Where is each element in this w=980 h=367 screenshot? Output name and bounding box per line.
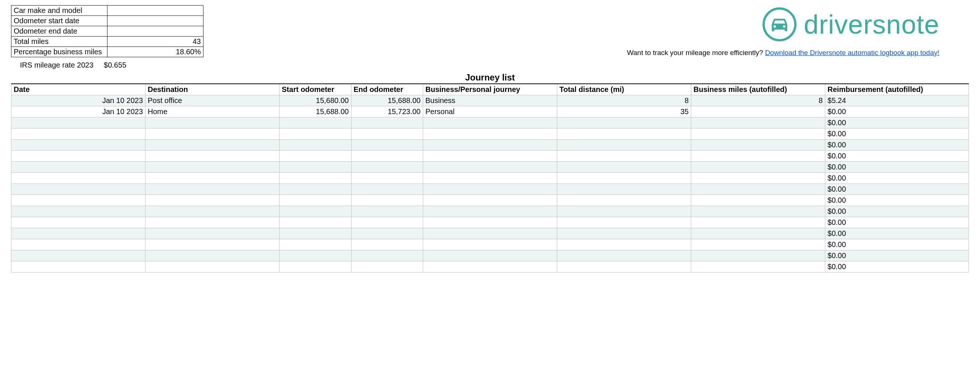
cell-date[interactable] [11, 151, 145, 162]
cell-business-personal[interactable] [423, 250, 557, 261]
cell-end-odometer[interactable] [351, 184, 423, 195]
cell-start-odometer[interactable] [280, 217, 351, 228]
cell-total-distance[interactable] [557, 261, 691, 272]
cell-date[interactable] [11, 195, 145, 206]
cell-total-distance[interactable] [557, 129, 691, 140]
cell-destination[interactable] [145, 217, 280, 228]
summary-value[interactable]: 43 [107, 37, 204, 47]
cell-total-distance[interactable] [557, 250, 691, 261]
cell-end-odometer[interactable] [351, 140, 423, 151]
cell-business-personal[interactable] [423, 195, 557, 206]
cell-date[interactable] [11, 228, 145, 239]
cell-destination[interactable]: Post office [145, 95, 280, 106]
cell-date[interactable] [11, 206, 145, 217]
cell-end-odometer[interactable] [351, 162, 423, 173]
cell-date[interactable] [11, 217, 145, 228]
cell-start-odometer[interactable] [280, 206, 351, 217]
cell-total-distance[interactable] [557, 151, 691, 162]
cell-start-odometer[interactable]: 15,680.00 [280, 95, 351, 106]
cell-destination[interactable] [145, 239, 280, 250]
cell-total-distance[interactable] [557, 206, 691, 217]
cell-start-odometer[interactable] [280, 173, 351, 184]
cell-business-personal[interactable] [423, 140, 557, 151]
cell-total-distance[interactable] [557, 162, 691, 173]
cell-date[interactable]: Jan 10 2023 [11, 95, 145, 106]
cell-total-distance[interactable]: 35 [557, 106, 691, 118]
cell-start-odometer[interactable] [280, 228, 351, 239]
summary-value[interactable] [107, 6, 204, 16]
promo-link[interactable]: Download the Driversnote automatic logbo… [765, 49, 939, 57]
cell-business-personal[interactable] [423, 118, 557, 129]
cell-start-odometer[interactable] [280, 162, 351, 173]
cell-total-distance[interactable] [557, 173, 691, 184]
cell-start-odometer[interactable] [280, 118, 351, 129]
cell-end-odometer[interactable] [351, 217, 423, 228]
summary-value[interactable]: 18.60% [107, 47, 204, 57]
cell-start-odometer[interactable]: 15,688.00 [280, 106, 351, 118]
cell-end-odometer[interactable] [351, 173, 423, 184]
cell-end-odometer[interactable] [351, 195, 423, 206]
cell-destination[interactable] [145, 228, 280, 239]
cell-end-odometer[interactable]: 15,723.00 [351, 106, 423, 118]
cell-business-personal[interactable] [423, 228, 557, 239]
cell-total-distance[interactable] [557, 118, 691, 129]
cell-business-personal[interactable] [423, 129, 557, 140]
cell-destination[interactable] [145, 195, 280, 206]
cell-business-personal[interactable] [423, 217, 557, 228]
summary-value[interactable] [107, 16, 204, 26]
cell-date[interactable] [11, 250, 145, 261]
cell-end-odometer[interactable]: 15,688.00 [351, 95, 423, 106]
cell-end-odometer[interactable] [351, 206, 423, 217]
cell-date[interactable] [11, 162, 145, 173]
cell-destination[interactable] [145, 173, 280, 184]
cell-business-personal[interactable] [423, 173, 557, 184]
cell-business-personal[interactable]: Business [423, 95, 557, 106]
cell-destination[interactable] [145, 206, 280, 217]
cell-total-distance[interactable] [557, 228, 691, 239]
cell-destination[interactable] [145, 184, 280, 195]
cell-date[interactable] [11, 118, 145, 129]
cell-business-personal[interactable] [423, 162, 557, 173]
cell-start-odometer[interactable] [280, 195, 351, 206]
cell-total-distance[interactable] [557, 184, 691, 195]
cell-business-personal[interactable] [423, 206, 557, 217]
cell-destination[interactable] [145, 261, 280, 272]
cell-start-odometer[interactable] [280, 250, 351, 261]
cell-total-distance[interactable] [557, 239, 691, 250]
cell-total-distance[interactable] [557, 217, 691, 228]
cell-date[interactable] [11, 239, 145, 250]
cell-destination[interactable] [145, 129, 280, 140]
cell-destination[interactable] [145, 118, 280, 129]
cell-date[interactable] [11, 140, 145, 151]
cell-total-distance[interactable] [557, 195, 691, 206]
cell-start-odometer[interactable] [280, 151, 351, 162]
cell-start-odometer[interactable] [280, 261, 351, 272]
cell-start-odometer[interactable] [280, 239, 351, 250]
cell-end-odometer[interactable] [351, 261, 423, 272]
cell-total-distance[interactable]: 8 [557, 95, 691, 106]
cell-date[interactable] [11, 261, 145, 272]
cell-date[interactable] [11, 173, 145, 184]
cell-date[interactable]: Jan 10 2023 [11, 106, 145, 118]
cell-destination[interactable] [145, 250, 280, 261]
cell-business-personal[interactable]: Personal [423, 106, 557, 118]
cell-end-odometer[interactable] [351, 129, 423, 140]
cell-destination[interactable] [145, 151, 280, 162]
cell-business-personal[interactable] [423, 151, 557, 162]
cell-date[interactable] [11, 129, 145, 140]
cell-end-odometer[interactable] [351, 151, 423, 162]
cell-business-personal[interactable] [423, 184, 557, 195]
cell-total-distance[interactable] [557, 140, 691, 151]
cell-date[interactable] [11, 184, 145, 195]
cell-destination[interactable] [145, 162, 280, 173]
cell-end-odometer[interactable] [351, 118, 423, 129]
cell-start-odometer[interactable] [280, 184, 351, 195]
cell-destination[interactable]: Home [145, 106, 280, 118]
cell-end-odometer[interactable] [351, 250, 423, 261]
cell-start-odometer[interactable] [280, 129, 351, 140]
cell-end-odometer[interactable] [351, 228, 423, 239]
cell-business-personal[interactable] [423, 239, 557, 250]
cell-business-personal[interactable] [423, 261, 557, 272]
cell-start-odometer[interactable] [280, 140, 351, 151]
summary-value[interactable] [107, 26, 204, 37]
